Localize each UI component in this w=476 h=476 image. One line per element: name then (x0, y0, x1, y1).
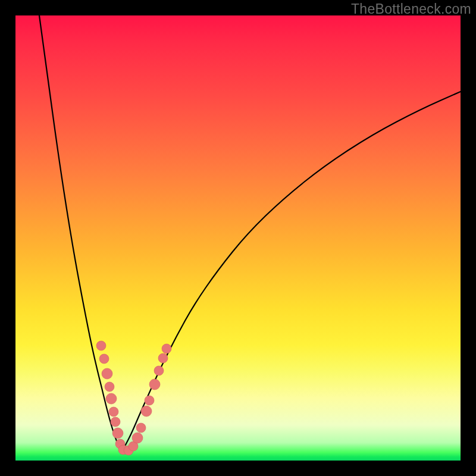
data-dot (102, 368, 112, 379)
data-dot (112, 428, 123, 439)
data-dot (105, 382, 114, 392)
data-dot (111, 417, 120, 427)
data-dot (96, 341, 106, 350)
data-dot (109, 407, 118, 416)
data-dot (106, 393, 117, 404)
data-dots (96, 341, 171, 455)
data-dot (145, 396, 154, 405)
data-dot (162, 344, 171, 353)
data-dot (154, 366, 164, 375)
data-dot (99, 354, 109, 364)
data-dot (158, 353, 168, 363)
plot-area (15, 15, 461, 461)
data-dot (141, 406, 152, 416)
data-dot (136, 423, 146, 433)
curve-svg (15, 15, 461, 461)
curve-right-branch (121, 92, 461, 452)
chart-frame: TheBottleneck.com (0, 0, 476, 476)
data-dot (149, 379, 160, 390)
watermark-text: TheBottleneck.com (351, 1, 471, 17)
data-dot (132, 433, 143, 443)
